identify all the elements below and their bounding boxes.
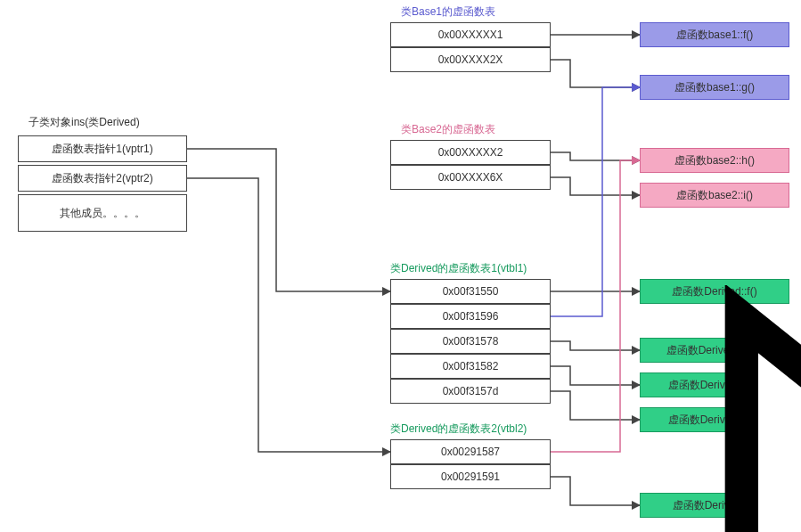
derived1-entry-1: 0x00f31596: [390, 304, 551, 329]
derived2-title: 类Derived的虚函数表2(vtbl2): [390, 422, 527, 437]
derived1-entry-4: 0x00f3157d: [390, 379, 551, 404]
base1-entry-1: 0x00XXXX2X: [390, 47, 551, 72]
derived2-entry-1: 0x00291591: [390, 464, 551, 489]
base1-entry-0: 0x00XXXXX1: [390, 22, 551, 47]
base2-func-h: 虚函数base2::h(): [640, 148, 789, 173]
derived1-entry-2: 0x00f31578: [390, 329, 551, 354]
derived-func-mh: 虚函数Derived::mh(): [640, 338, 789, 363]
object-row-vptr2: 虚函数表指针2(vptr2): [18, 165, 187, 192]
base2-entry-0: 0x00XXXXX2: [390, 140, 551, 165]
object-row-vptr1: 虚函数表指针1(vptr1): [18, 135, 187, 162]
derived-func-i: 虚函数Derived::i(): [640, 493, 789, 518]
base2-title: 类Base2的虚函数表: [401, 122, 495, 137]
base1-title: 类Base1的虚函数表: [401, 4, 495, 20]
base2-func-i: 虚函数base2::i(): [640, 183, 789, 208]
base1-func-f: 虚函数base1::f(): [640, 22, 789, 47]
derived2-entry-0: 0x00291587: [390, 439, 551, 464]
derived-func-mj: 虚函数Derived::mj(): [640, 407, 789, 432]
derived1-entry-0: 0x00f31550: [390, 279, 551, 304]
derived-func-mi: 虚函数Derived::mi(): [640, 372, 789, 397]
derived1-entry-3: 0x00f31582: [390, 354, 551, 379]
object-title: 子类对象ins(类Derived): [29, 115, 140, 130]
base1-func-g: 虚函数base1::g(): [640, 75, 789, 100]
cursor-icon: [574, 285, 588, 299]
base2-entry-1: 0x00XXXX6X: [390, 165, 551, 190]
derived-func-f: 虚函数Derived::f(): [640, 279, 789, 304]
object-row-other: 其他成员。。。。: [18, 194, 187, 232]
derived1-title: 类Derived的虚函数表1(vtbl1): [390, 261, 527, 276]
